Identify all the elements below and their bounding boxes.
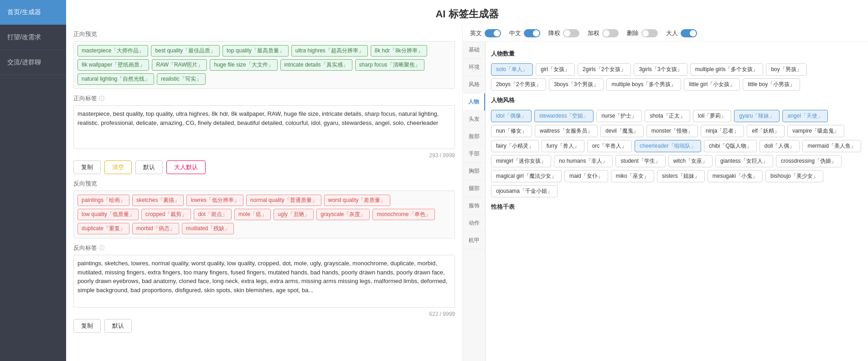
chip-ojousama[interactable]: ojousama「千金小姐」 xyxy=(491,185,558,197)
chip-2boys[interactable]: 2boys「2个男孩」 xyxy=(491,78,546,91)
neg-tag-8[interactable]: dot「斑点」 xyxy=(194,209,232,220)
cat-style[interactable]: 风格 xyxy=(463,76,485,93)
neg-tag-5[interactable]: worst quality「差质量」 xyxy=(324,195,390,206)
chip-ninja[interactable]: ninja「忍者」 xyxy=(701,125,744,137)
chip-idol[interactable]: idol「偶像」 xyxy=(491,110,532,122)
neg-tag-13[interactable]: duplicate「重复」 xyxy=(78,223,129,234)
chip-little-girl[interactable]: little girl「小女孩」 xyxy=(684,78,740,91)
toggle-upweight-switch[interactable] xyxy=(602,29,619,37)
chip-little-boy[interactable]: little boy「小男孩」 xyxy=(743,78,800,91)
chip-crossdressing[interactable]: crossdressing「伪娘」 xyxy=(776,155,842,167)
neg-tag-3[interactable]: lowres「低分辨率」 xyxy=(186,195,243,206)
neg-tag-11[interactable]: grayscale「灰度」 xyxy=(316,209,370,220)
chip-fairy[interactable]: fairy「小精灵」 xyxy=(491,140,539,152)
positive-default-button[interactable]: 默认 xyxy=(135,160,163,174)
chip-mesugaki[interactable]: mesugaki「小鬼」 xyxy=(708,170,763,182)
chip-no-humans[interactable]: no humans「非人」 xyxy=(554,155,613,167)
chip-elf[interactable]: elf「妖精」 xyxy=(747,125,785,137)
chip-orc[interactable]: orc「半兽人」 xyxy=(587,140,632,152)
chip-nun[interactable]: nun「修女」 xyxy=(491,125,532,137)
chip-girl[interactable]: girl「女孩」 xyxy=(536,63,575,76)
toggle-delete-switch[interactable] xyxy=(641,29,658,37)
pos-tag-9[interactable]: intricate details「真实感」 xyxy=(280,59,352,71)
chip-chibi[interactable]: chibi「Q版人物」 xyxy=(704,140,757,152)
positive-tag-input[interactable]: masterpiece, best quality, top quality, … xyxy=(73,105,455,149)
pos-tag-2[interactable]: best quality「最佳品质」 xyxy=(151,45,220,57)
pos-tag-3[interactable]: top quality「最高质量」 xyxy=(222,45,289,57)
chip-multiple-boys[interactable]: multiple boys「多个男孩」 xyxy=(606,78,681,91)
toggle-adult-switch[interactable] xyxy=(681,29,697,37)
cat-leg[interactable]: 腿部 xyxy=(463,180,485,197)
neg-tag-6[interactable]: low quality「低质量」 xyxy=(78,209,139,220)
chip-doll[interactable]: doll「人偶」 xyxy=(760,140,800,152)
chip-minigirl[interactable]: minigirl「迷你女孩」 xyxy=(491,155,551,167)
chip-solo[interactable]: solo「单人」 xyxy=(491,63,533,76)
chip-student[interactable]: student「学生」 xyxy=(615,155,665,167)
neg-tag-12[interactable]: monochrome「单色」 xyxy=(372,209,434,220)
chip-vampire[interactable]: vampire「吸血鬼」 xyxy=(787,125,844,137)
pos-tag-11[interactable]: natural lighting「自然光线」 xyxy=(78,73,154,85)
chip-shota[interactable]: shota「正太」 xyxy=(645,110,690,122)
chip-gyaru[interactable]: gyaru「辣妹」 xyxy=(734,110,780,122)
neg-tag-10[interactable]: ugly「丑陋」 xyxy=(274,209,314,220)
chip-nurse[interactable]: nurse「护士」 xyxy=(596,110,642,122)
neg-tag-2[interactable]: sketches「素描」 xyxy=(132,195,184,206)
pos-tag-4[interactable]: ultra highres「超高分辨率」 xyxy=(291,45,368,57)
pos-tag-5[interactable]: 8k hdr「8k分辨率」 xyxy=(371,45,427,57)
sidebar-item-demand[interactable]: 打望/改需求 xyxy=(0,25,66,50)
pos-tag-7[interactable]: RAW「RAW照片」 xyxy=(152,59,207,71)
neg-tag-9[interactable]: mole「痣」 xyxy=(234,209,271,220)
cat-clothes[interactable]: 服饰 xyxy=(463,197,485,215)
negative-tag-input[interactable]: paintings, sketches, lowres, normal qual… xyxy=(73,255,455,308)
cat-person[interactable]: 人物 xyxy=(463,93,485,111)
neg-tag-15[interactable]: mutilated「残缺」 xyxy=(182,223,234,234)
chip-2girls[interactable]: 2girls「2个女孩」 xyxy=(578,63,631,76)
neg-tag-4[interactable]: normal quality「普通质量」 xyxy=(246,195,321,206)
chip-maid[interactable]: maid「女仆」 xyxy=(564,170,608,182)
negative-copy-button[interactable]: 复制 xyxy=(73,319,101,333)
chip-waitress[interactable]: waitress「女服务员」 xyxy=(535,125,598,137)
pos-tag-8[interactable]: huge file size「大文件」 xyxy=(210,59,277,71)
chip-magical-girl[interactable]: magical girl「魔法少女」 xyxy=(491,170,562,182)
neg-tag-14[interactable]: morbid「病态」 xyxy=(132,223,179,234)
chip-cheerleader[interactable]: cheerleader「啦啦队」 xyxy=(635,140,701,152)
positive-copy-button[interactable]: 复制 xyxy=(73,160,101,174)
neg-tag-7[interactable]: cropped「裁剪」 xyxy=(141,209,191,220)
negative-default-button[interactable]: 默认 xyxy=(104,319,132,333)
cat-action[interactable]: 动作 xyxy=(463,215,485,232)
chip-monster[interactable]: monster「怪物」 xyxy=(646,125,698,137)
cat-chest[interactable]: 胸部 xyxy=(463,163,485,180)
chip-witch[interactable]: witch「女巫」 xyxy=(668,155,713,167)
positive-clear-button[interactable]: 清空 xyxy=(104,160,132,174)
neg-tag-1[interactable]: paintings「绘画」 xyxy=(78,195,129,206)
cat-hair[interactable]: 头发 xyxy=(463,111,485,128)
pos-tag-12[interactable]: realistic「写实」 xyxy=(157,73,206,85)
chip-mermaid[interactable]: mermaid「美人鱼」 xyxy=(802,140,861,152)
cat-hand[interactable]: 手部 xyxy=(463,145,485,163)
positive-adult-default-button[interactable]: 大人默认 xyxy=(166,160,206,174)
toggle-downweight-switch[interactable] xyxy=(563,29,579,37)
chip-3girls[interactable]: 3girls「3个女孩」 xyxy=(634,63,687,76)
chip-furry[interactable]: furry「兽人」 xyxy=(542,140,584,152)
chip-sisters[interactable]: sisters「姐妹」 xyxy=(657,170,705,182)
chip-bishoujo[interactable]: bishoujo「美少女」 xyxy=(765,170,823,182)
toggle-chinese-switch[interactable] xyxy=(524,29,540,37)
pos-tag-10[interactable]: sharp focus「清晰聚焦」 xyxy=(355,59,424,71)
cat-base[interactable]: 基础 xyxy=(463,41,485,59)
chip-3boys[interactable]: 3boys「3个男孩」 xyxy=(549,78,604,91)
cat-face[interactable]: 脸部 xyxy=(463,128,485,145)
chip-multiple-girls[interactable]: multiple girls「多个女孩」 xyxy=(690,63,764,76)
chip-devil[interactable]: devil「魔鬼」 xyxy=(600,125,644,137)
pos-tag-6[interactable]: 8k wallpaper「壁纸画质」 xyxy=(78,59,149,71)
cat-armor[interactable]: 机甲 xyxy=(463,232,485,249)
chip-angel[interactable]: angel「天使」 xyxy=(782,110,827,122)
chip-stewardess[interactable]: stewardess「空姐」 xyxy=(534,110,594,122)
chip-miko[interactable]: miko「巫女」 xyxy=(611,170,654,182)
sidebar-item-chat[interactable]: 交流/进群聊 xyxy=(0,50,66,75)
sidebar-item-home[interactable]: 首页/生成器 xyxy=(0,0,66,25)
pos-tag-1[interactable]: masterpiece「大师作品」 xyxy=(78,45,148,57)
chip-loli[interactable]: loli「萝莉」 xyxy=(693,110,732,122)
toggle-english-switch[interactable] xyxy=(485,29,501,37)
cat-env[interactable]: 环境 xyxy=(463,59,485,76)
chip-giantess[interactable]: giantess「女巨人」 xyxy=(715,155,773,167)
